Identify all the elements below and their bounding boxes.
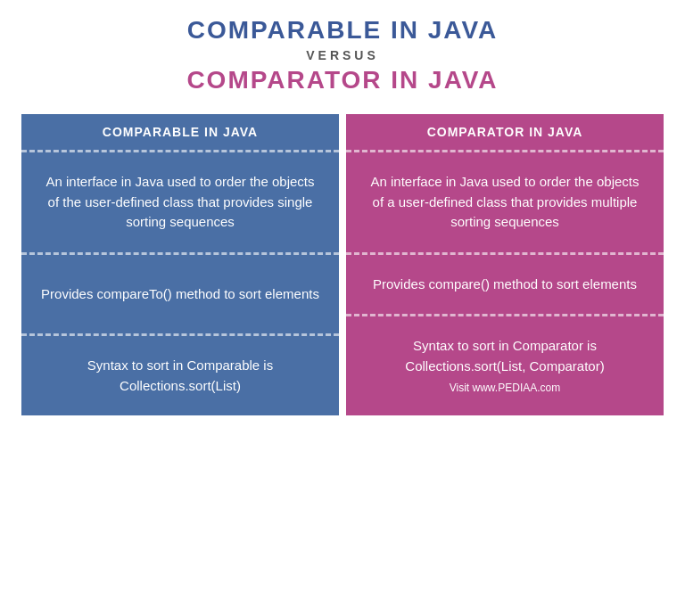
comparable-column: COMPARABLE IN JAVA An interface in Java …: [21, 114, 339, 415]
comparator-cell-1: An interface in Java used to order the o…: [346, 152, 664, 255]
comparable-cell-1: An interface in Java used to order the o…: [21, 152, 339, 255]
footer-note-inline: Visit www.PEDIAA.com: [450, 380, 560, 396]
versus-text: VERSUS: [18, 48, 667, 62]
main-title: COMPARABLE IN JAVA: [18, 16, 667, 45]
secondary-title: COMPARATOR IN JAVA: [18, 66, 667, 94]
comparator-cell-2: Provides compare() method to sort elemen…: [346, 255, 664, 317]
comparison-table: COMPARABLE IN JAVA An interface in Java …: [21, 114, 664, 415]
comparable-cell-3: Syntax to sort in Comparable is Collecti…: [21, 336, 339, 415]
comparator-cell-3: Syntax to sort in Comparator is Collecti…: [346, 316, 664, 415]
header-section: COMPARABLE IN JAVA VERSUS COMPARATOR IN …: [0, 0, 685, 103]
comparator-column-header: COMPARATOR IN JAVA: [346, 114, 664, 152]
comparator-column: COMPARATOR IN JAVA An interface in Java …: [346, 114, 664, 415]
comparable-cell-2: Provides compareTo() method to sort elem…: [21, 255, 339, 337]
comparable-column-header: COMPARABLE IN JAVA: [21, 114, 339, 152]
